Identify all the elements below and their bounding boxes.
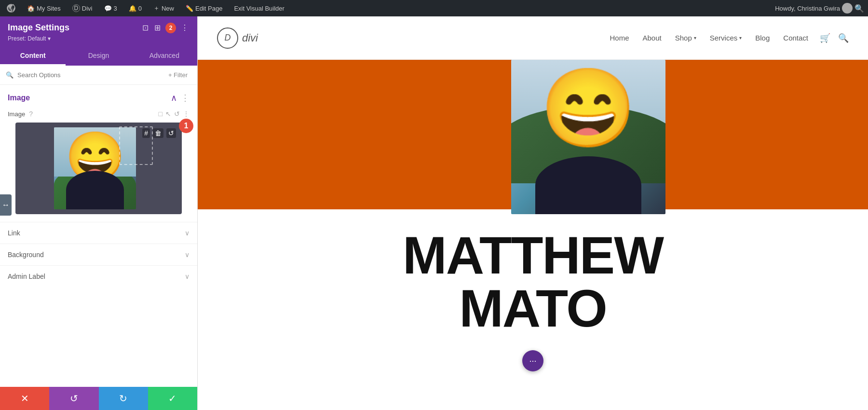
howdy-label: Howdy, Christina Gwira (775, 5, 840, 12)
resize-icon[interactable]: ⊡ (141, 22, 149, 33)
undo-button[interactable]: ↺ (49, 387, 98, 410)
admin-label-chevron-icon: ∨ (185, 273, 190, 280)
site-menu: Home About Shop ▾ Services ▾ Blog Contac (610, 34, 808, 42)
bottom-bar: ✕ ↺ ↻ ✓ (0, 387, 197, 410)
panel-header-icons: ⊡ ⊞ 2 ⋮ (141, 22, 190, 33)
left-panel: Image Settings ⊡ ⊞ 2 ⋮ Preset: Default ▾… (0, 16, 198, 410)
save-icon: ✓ (168, 393, 176, 404)
tab-content[interactable]: Content (0, 47, 66, 66)
panel-content: Image ∧ ⋮ Image ? □ ↖ ↺ ⋮ (0, 85, 197, 387)
tab-advanced[interactable]: Advanced (132, 47, 197, 66)
my-sites-label: My Sites (37, 5, 61, 12)
admin-bar: 🏠 My Sites D Divi 💬 3 🔔 0 ＋ New ✏️ Edit … (0, 0, 868, 16)
hero-section: 😄 (198, 60, 868, 209)
badge-2: 2 (165, 23, 176, 33)
layout-icon[interactable]: ⊞ (153, 22, 162, 33)
section-collapse-button[interactable]: ∧ (171, 93, 177, 103)
comments-icon: 💬 (104, 5, 112, 12)
image-field-row: Image ? □ ↖ ↺ ⋮ (0, 107, 197, 121)
nav-home[interactable]: Home (610, 34, 629, 42)
background-section[interactable]: Background ∨ (0, 244, 197, 265)
divi-button[interactable]: D Divi (69, 0, 95, 16)
admin-label-section[interactable]: Admin Label ∨ (0, 265, 197, 287)
wp-logo-button[interactable] (4, 0, 18, 16)
field-tools: □ ↖ ↺ ⋮ (159, 110, 190, 118)
reset-icon[interactable]: ↺ (174, 110, 180, 118)
services-chevron-icon: ▾ (739, 35, 742, 41)
help-icon[interactable]: ? (29, 110, 33, 118)
nav-search-icon[interactable]: 🔍 (838, 33, 849, 43)
right-content: D divi Home About Shop ▾ Services ▾ (198, 16, 868, 410)
image-field-label: Image (8, 110, 25, 118)
menu-icons: 🛒 🔍 (820, 33, 849, 43)
save-button[interactable]: ✓ (148, 387, 197, 410)
comments-button[interactable]: 💬 3 (101, 0, 120, 16)
nav-services[interactable]: Services ▾ (710, 34, 742, 42)
resize-handle[interactable]: ↔ (0, 194, 12, 216)
new-button[interactable]: ＋ New (150, 0, 177, 16)
text-section: MATTHEW MATO ··· (198, 209, 868, 335)
dots-icon: ··· (529, 356, 536, 366)
nav-contact[interactable]: Contact (783, 34, 808, 42)
home-icon: 🏠 (27, 5, 35, 12)
link-section-label: Link (8, 229, 20, 237)
field-more-icon[interactable]: ⋮ (183, 110, 190, 118)
edit-page-label: Edit Page (195, 5, 222, 12)
panel-title-row: Image Settings ⊡ ⊞ 2 ⋮ (8, 22, 190, 33)
nav-shop[interactable]: Shop ▾ (675, 34, 696, 42)
link-chevron-icon: ∨ (185, 229, 190, 237)
my-sites-button[interactable]: 🏠 My Sites (24, 0, 64, 16)
redo-button[interactable]: ↻ (99, 387, 148, 410)
hero-person-emoji: 😄 (540, 69, 637, 147)
edit-page-button[interactable]: ✏️ Edit Page (183, 0, 225, 16)
cursor-icon[interactable]: ↖ (165, 110, 171, 118)
search-icon: 🔍 (6, 71, 14, 79)
image-section-title: Image (8, 94, 30, 102)
panel-header: Image Settings ⊡ ⊞ 2 ⋮ Preset: Default ▾ (0, 16, 197, 47)
cancel-button[interactable]: ✕ (0, 387, 49, 410)
background-chevron-icon: ∨ (185, 251, 190, 259)
hero-image: 😄 (511, 60, 665, 214)
link-section[interactable]: Link ∨ (0, 222, 197, 244)
exit-vb-button[interactable]: Exit Visual Builder (231, 0, 287, 16)
user-info: Howdy, Christina Gwira 🔍 (775, 3, 864, 14)
section-more-button[interactable]: ⋮ (181, 93, 190, 103)
pencil-icon: ✏️ (186, 5, 193, 12)
site-logo[interactable]: D divi (217, 27, 258, 49)
tab-design[interactable]: Design (66, 47, 131, 66)
image-preview-wrapper: 😄 # 🗑 ↺ 1 (8, 123, 190, 214)
undo-preview-icon[interactable]: ↺ (166, 128, 176, 138)
desktop-icon[interactable]: □ (159, 110, 163, 118)
search-input[interactable] (17, 71, 161, 79)
divi-label: Divi (82, 5, 93, 12)
section-actions: ∧ ⋮ (171, 93, 190, 103)
delete-icon[interactable]: 🗑 (153, 128, 163, 138)
undo-icon: ↺ (70, 393, 78, 404)
comments-count: 3 (114, 5, 117, 12)
messages-count: 0 (138, 5, 142, 12)
cart-icon[interactable]: 🛒 (820, 33, 830, 43)
divi-icon: D (72, 4, 80, 12)
image-preview-container[interactable]: 😄 # 🗑 ↺ (15, 123, 182, 214)
float-action-button[interactable]: ··· (522, 350, 543, 371)
filter-button[interactable]: + Filter (164, 69, 191, 81)
more-icon[interactable]: ⋮ (180, 22, 190, 33)
messages-button[interactable]: 🔔 0 (126, 0, 145, 16)
nav-blog[interactable]: Blog (755, 34, 770, 42)
new-label: New (162, 5, 174, 12)
logo-text: divi (242, 32, 258, 44)
site-nav: D divi Home About Shop ▾ Services ▾ (198, 16, 868, 60)
cancel-icon: ✕ (21, 393, 29, 404)
nav-about[interactable]: About (642, 34, 661, 42)
search-icon[interactable]: 🔍 (854, 4, 864, 13)
messages-icon: 🔔 (129, 5, 136, 12)
preset-label[interactable]: Preset: Default (8, 35, 46, 42)
hero-name-2: MATO (198, 282, 868, 335)
grid-icon[interactable]: # (142, 128, 150, 138)
resize-icon: ↔ (2, 201, 10, 209)
panel-title: Image Settings (8, 23, 69, 33)
image-section-header: Image ∧ ⋮ (0, 85, 197, 107)
main-layout: Image Settings ⊡ ⊞ 2 ⋮ Preset: Default ▾… (0, 16, 868, 410)
hero-name-1: MATTHEW (198, 229, 868, 282)
logo-d: D (217, 27, 238, 49)
